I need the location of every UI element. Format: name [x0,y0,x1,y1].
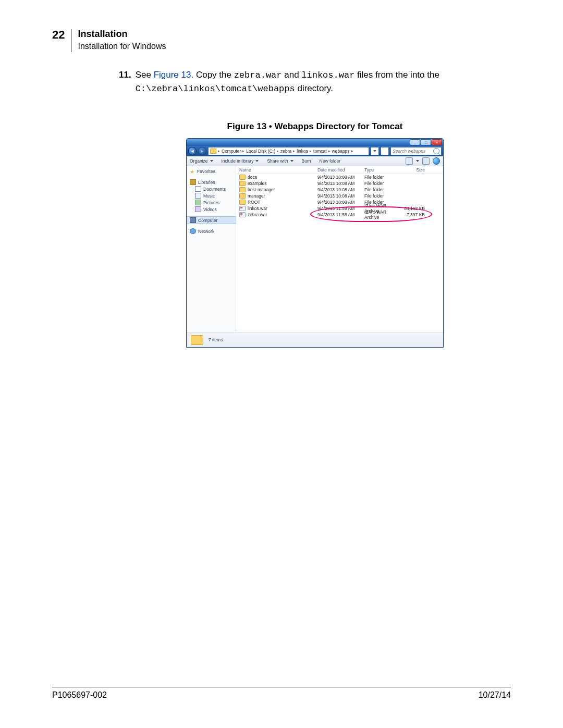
header-divider [71,29,71,52]
status-bar: 7 items [187,332,443,347]
file-name: docs [248,175,257,180]
new-folder-button[interactable]: New folder [320,158,341,164]
window-titlebar: – □ × [187,139,443,146]
crumb[interactable]: Computer [222,149,241,154]
col-size[interactable]: Size [399,167,428,172]
nav-pictures[interactable]: Pictures [187,199,236,206]
crumb[interactable]: webapps [332,149,350,154]
file-name: examples [248,181,266,186]
folder-icon [210,149,216,154]
crumb[interactable]: zebra [280,149,291,154]
code-path: C:\zebra\linkos\tomcat\webapps [136,84,295,94]
status-text: 7 items [209,337,223,342]
address-dropdown[interactable] [371,147,379,155]
file-row[interactable]: manager9/4/2013 10:08 AMFile folder [236,193,443,199]
file-type: File folder [361,193,399,199]
folder-icon [239,181,246,186]
include-menu[interactable]: Include in library [222,158,259,164]
chevron-down-icon [416,160,419,162]
file-type: IZArc WAR Archive [361,209,399,220]
file-date: 9/4/2013 10:08 AM [314,200,361,205]
nav-network[interactable]: Network [187,228,236,235]
page-header: 22 Installation Installation for Windows [52,28,511,52]
col-name[interactable]: Name [236,167,314,172]
nav-documents[interactable]: Documents [187,186,236,192]
page-footer: P1065697-002 10/27/14 [52,687,511,700]
refresh-button[interactable]: ↻ [381,147,389,155]
crumb[interactable]: tomcat [313,149,327,154]
doc-id: P1065697-002 [52,690,107,700]
nav-libraries[interactable]: Libraries [187,179,236,186]
folder-icon [191,335,203,345]
file-date: 9/4/2013 10:08 AM [314,181,361,186]
chevron-down-icon [255,160,259,162]
war-file-icon [239,206,246,211]
col-date[interactable]: Date modified [314,167,361,172]
libraries-icon [190,179,196,185]
toolbar: Organize Include in library Share with B… [187,156,443,166]
maximize-button[interactable]: □ [421,139,431,145]
file-name: linkos.war [248,206,267,211]
computer-icon [190,217,196,223]
forward-button[interactable]: ► [198,147,206,155]
minimize-button[interactable]: – [410,139,420,145]
file-row[interactable]: linkos.war9/4/2013 11:59 AMIZArc WAR Arc… [236,205,443,212]
folder-icon [239,193,246,199]
file-type: File folder [361,175,399,180]
file-row[interactable]: ROOT9/4/2013 10:08 AMFile folder [236,199,443,205]
file-date: 9/4/2013 11:58 AM [314,212,361,217]
file-name: manager [248,193,265,199]
music-icon [195,193,201,199]
nav-favorites[interactable]: ★Favorites [187,168,236,175]
footer-rule [52,687,511,687]
crumb[interactable]: linkos [297,149,308,154]
code-linkos-war: linkos.war [301,70,354,80]
organize-menu[interactable]: Organize [190,158,213,164]
file-name: zebra.war [248,212,267,217]
crumb[interactable]: Local Disk (C:) [246,149,275,154]
close-button[interactable]: × [432,139,442,145]
document-icon [195,186,201,192]
file-row[interactable]: examples9/4/2013 10:08 AMFile folder [236,180,443,187]
explorer-window: – □ × ◄ ► ▸ Computer▸ Local Disk (C:)▸ z… [186,138,444,348]
nav-computer[interactable]: Computer [187,217,236,224]
network-icon [190,228,196,234]
folder-icon [239,200,246,205]
share-menu[interactable]: Share with [267,158,293,164]
figure-link[interactable]: Figure 13 [154,70,191,80]
step-text: See Figure 13. Copy the zebra.war and li… [136,69,439,95]
file-date: 9/4/2013 10:08 AM [314,175,361,180]
file-date: 9/4/2013 10:08 AM [314,187,361,192]
file-type: File folder [361,181,399,186]
war-file-icon [239,212,246,217]
file-row[interactable]: zebra.war9/4/2013 11:58 AMIZArc WAR Arch… [236,212,443,218]
pictures-icon [195,200,201,205]
nav-music[interactable]: Music [187,192,236,199]
file-list-pane: Name Date modified Type Size docs9/4/201… [236,166,443,332]
search-placeholder: Search webapps [393,149,425,154]
preview-pane-button[interactable] [422,157,430,165]
star-icon: ★ [190,169,195,174]
search-input[interactable]: Search webapps [390,147,442,155]
file-row[interactable]: host-manager9/4/2013 10:08 AMFile folder [236,187,443,193]
burn-button[interactable]: Burn [302,158,311,164]
back-button[interactable]: ◄ [188,147,197,155]
doc-date: 10/27/14 [479,690,511,700]
nav-videos[interactable]: Videos [187,206,236,213]
instruction-step: 11. See Figure 13. Copy the zebra.war an… [119,69,511,95]
file-size: 7,397 KB [399,212,428,217]
section-subtitle: Installation for Windows [78,41,166,52]
col-type[interactable]: Type [361,167,399,172]
file-size: 84,162 KB [399,206,428,211]
file-name: host-manager [248,187,275,192]
view-options-button[interactable] [406,157,413,165]
file-type: File folder [361,187,399,192]
column-headers: Name Date modified Type Size [236,166,443,174]
breadcrumb[interactable]: ▸ Computer▸ Local Disk (C:)▸ zebra▸ link… [208,147,369,155]
chevron-down-icon [210,160,213,162]
file-row[interactable]: docs9/4/2013 10:08 AMFile folder [236,174,443,180]
help-icon[interactable] [433,157,440,165]
file-name: ROOT [248,200,261,205]
step-number: 11. [119,69,131,95]
address-bar: ◄ ► ▸ Computer▸ Local Disk (C:)▸ zebra▸ … [187,146,443,156]
